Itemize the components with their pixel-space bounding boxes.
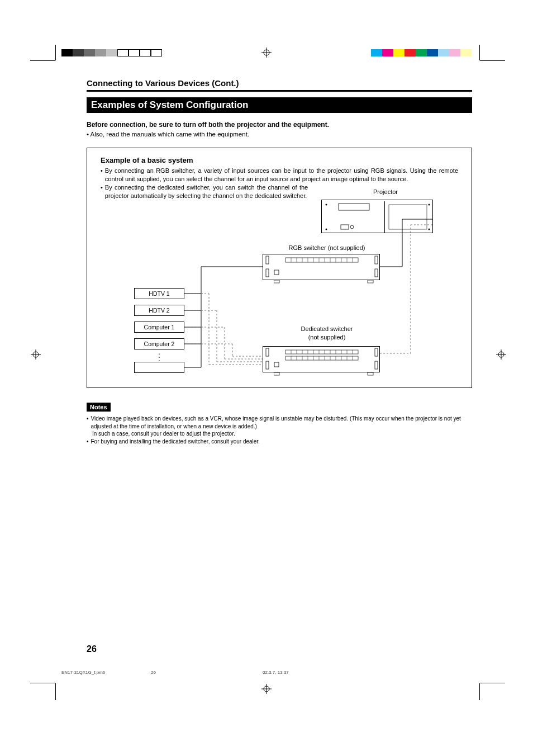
page-number: 26 [87, 644, 97, 654]
registration-mark-left [31, 349, 41, 361]
example-bullet-1: •By connecting an RGB switcher, a variet… [101, 167, 458, 183]
note-item: •For buying and installing the dedicated… [87, 438, 472, 446]
heading-rule [87, 90, 472, 92]
intro-bold: Before connection, be sure to turn off b… [87, 121, 472, 129]
registration-mark-bottom [261, 684, 272, 696]
intro-line: • Also, read the manuals which came with… [87, 131, 472, 138]
footer-filename: EN17-31QX1G_f.pm6 [61, 670, 151, 675]
example-box: Example of a basic system •By connecting… [87, 148, 472, 388]
note-sub: In such a case, consult your dealer to a… [92, 430, 472, 438]
footer-datetime: 02.3.7, 13:37 [263, 670, 475, 675]
example-bullet-2: •By connecting the dedicated switcher, y… [101, 183, 308, 200]
section-title: Connecting to Various Devices (Cont.) [87, 78, 472, 88]
system-diagram: Projector RGB switcher (not supplied) [101, 200, 458, 390]
notes-badge: Notes [87, 403, 111, 412]
note-item: •Video image played back on devices, suc… [87, 415, 472, 430]
notes-section: Notes •Video image played back on device… [87, 401, 472, 445]
wiring-icon [101, 200, 458, 390]
example-title: Example of a basic system [101, 156, 458, 164]
print-footer: EN17-31QX1G_f.pm6 26 02.3.7, 13:37 [61, 670, 475, 675]
subsection-heading: Examples of System Configuration [87, 97, 472, 113]
footer-page: 26 [151, 670, 263, 675]
page-content: Connecting to Various Devices (Cont.) Ex… [87, 78, 472, 445]
registration-mark-top [261, 48, 272, 59]
projector-label: Projector [363, 188, 408, 195]
registration-mark-right [496, 349, 506, 361]
